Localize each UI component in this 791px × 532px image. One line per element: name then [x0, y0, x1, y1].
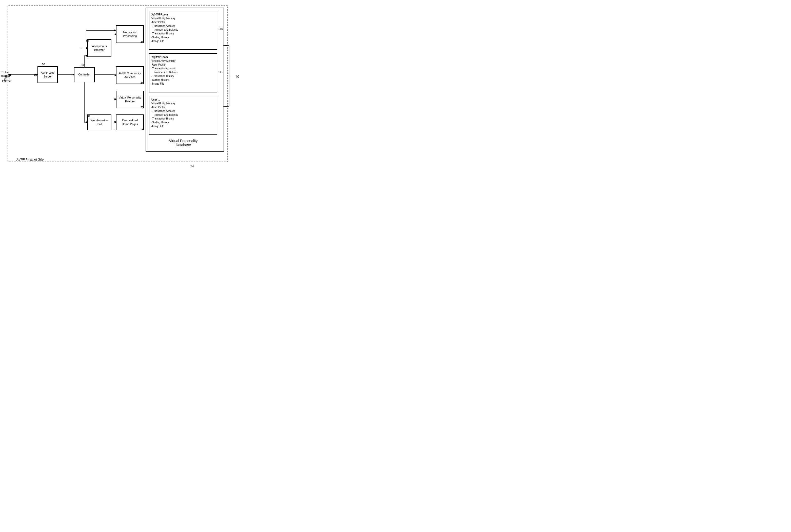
- personalized-home-box: Personalized Home Pages: [116, 114, 144, 130]
- vpd-entry-3-line-7: -Image File: [151, 124, 215, 128]
- vp-feature-number: 52: [140, 106, 143, 109]
- transaction-number: 46: [140, 40, 143, 43]
- vpd-entry-2-line-1: Virtual Entity Memory: [151, 59, 215, 63]
- controller-number: 50: [81, 63, 84, 66]
- web-server-number: 56: [42, 63, 45, 66]
- vpd-entry-1-line-3: -Transaction Account: [151, 24, 215, 28]
- vpd-entry-1-line-5: -Transaction History: [151, 32, 215, 35]
- community-activities-box: AVPP Community Activities: [116, 66, 144, 84]
- diagram: AVPP Internet Site To the Internet 12 24…: [0, 0, 253, 171]
- web-email-box: Web-based e-mail: [88, 114, 111, 130]
- web-email-number: 60: [86, 114, 90, 117]
- avpp-site-label: AVPP Internet Site: [17, 157, 43, 161]
- outer-number-label: 24: [190, 165, 194, 168]
- anon-browser-number: 58: [86, 39, 89, 42]
- vpd-entry-2-email: Y@AVPP.com: [151, 55, 215, 59]
- vpd-entry-2: Y@AVPP.com Virtual Entity Memory -User P…: [149, 53, 217, 92]
- vpd-entry-1: X@AVPP.com Virtual Entity Memory -User P…: [149, 11, 217, 50]
- vpd-entry-3-line-4: Number and Balance: [151, 113, 215, 117]
- vpd-entry-3-line-5: -Transaction History: [151, 117, 215, 120]
- vpdb-title: Virtual Personality Database: [147, 139, 220, 147]
- vpd-entry-2-number: 111: [218, 70, 223, 73]
- vpd-entry-2-line-7: -Image File: [151, 82, 215, 86]
- vpd-entry-1-line-4: Number and Balance: [151, 28, 215, 32]
- vpd-entry-1-line-6: -Surfing History: [151, 35, 215, 39]
- vpd-entry-3: User ... Virtual Entity Memory -User Pro…: [149, 96, 217, 135]
- vpd-entry-1-line-7: -Image File: [151, 39, 215, 43]
- vpd-entry-2-line-2: -User Profile: [151, 63, 215, 66]
- vpd-entry-2-line-4: Number and Balance: [151, 70, 215, 74]
- avpp-web-server-box: AVPP Web Server: [37, 66, 58, 83]
- controller-box: Controller: [74, 67, 95, 82]
- vpd-entry-3-line-1: Virtual Entity Memory: [151, 101, 215, 105]
- vpd-entry-2-line-6: -Surfing History: [151, 78, 215, 82]
- to-internet-text: To the Internet 12: [0, 70, 9, 81]
- anonymous-browser-box: Anonymous Browser: [88, 39, 111, 57]
- community-number: 48: [140, 81, 143, 84]
- vp-feature-box: Virtual Personality Feature: [116, 91, 144, 108]
- vpd-entry-1-number: 110: [218, 27, 223, 31]
- vpd-entry-2-line-3: -Transaction Account: [151, 66, 215, 70]
- vpd-entry-3-line-3: -Transaction Account: [151, 109, 215, 113]
- vpd-entry-3-line-2: -User Profile: [151, 105, 215, 109]
- personalized-number: 54: [140, 128, 143, 131]
- vpd-entry-1-line-1: Virtual Entity Memory: [151, 17, 215, 20]
- transaction-processing-box: Transaction Processing: [116, 25, 144, 43]
- vpdb-number: 40: [235, 75, 239, 78]
- vpd-entry-1-line-2: -User Profile: [151, 20, 215, 24]
- vpd-entry-2-line-5: -Transaction History: [151, 74, 215, 78]
- vpd-entry-3-email: User ...: [151, 98, 215, 101]
- vpd-entry-1-email: X@AVPP.com: [151, 13, 215, 17]
- vpd-entry-3-line-6: -Surfing History: [151, 120, 215, 124]
